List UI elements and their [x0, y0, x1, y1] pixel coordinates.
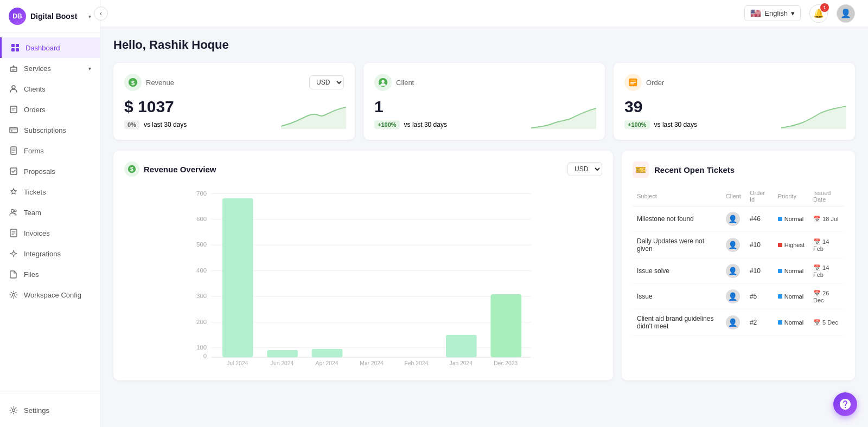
svg-rect-41: [267, 350, 298, 357]
order-label: Order: [646, 79, 664, 87]
language-label: English: [764, 9, 788, 17]
sidebar: DB Digital Boost ▾ Dashboard: [0, 0, 100, 427]
svg-rect-44: [490, 294, 521, 357]
sidebar-item-invoices[interactable]: Invoices: [0, 223, 100, 243]
tickets-title: Recent Open Tickets: [654, 165, 735, 174]
stats-row: $ Revenue USD EUR $ 1037 0% vs last 30 d…: [113, 63, 855, 140]
sidebar-item-subscriptions[interactable]: Subscriptions: [0, 120, 100, 140]
client-cell: 👤: [722, 309, 745, 336]
language-selector[interactable]: 🇺🇸 English ▾: [744, 5, 801, 21]
svg-text:700: 700: [196, 190, 207, 197]
date-cell: 📅 18 Jul: [809, 206, 844, 232]
help-widget[interactable]: [833, 392, 857, 416]
svg-point-12: [14, 210, 16, 212]
sidebar-item-integrations[interactable]: Integrations: [0, 243, 100, 264]
priority-cell: Normal: [774, 309, 809, 336]
sidebar-item-label: Subscriptions: [24, 126, 66, 134]
revenue-icon: $: [124, 74, 142, 91]
priority-dot: [778, 320, 782, 325]
invoices-icon: [9, 228, 18, 238]
svg-text:Dec 2023: Dec 2023: [494, 360, 518, 366]
priority-dot: [778, 294, 782, 299]
dashboard-icon: [10, 43, 20, 53]
bottom-row: $ Revenue Overview USD EUR 700 600: [113, 151, 855, 380]
priority-cell: Normal: [774, 284, 809, 309]
subject-cell: Milestone not found: [633, 206, 722, 232]
svg-rect-6: [10, 106, 17, 113]
priority-cell: Normal: [774, 258, 809, 284]
notifications-button[interactable]: 🔔 1: [809, 4, 828, 23]
revenue-vs-text: vs last 30 days: [144, 121, 187, 128]
svg-text:500: 500: [196, 241, 207, 248]
sidebar-collapse-button[interactable]: ‹: [94, 7, 108, 21]
svg-text:Feb 2024: Feb 2024: [405, 360, 429, 366]
priority-dot: [778, 217, 782, 221]
revenue-card: $ Revenue USD EUR $ 1037 0% vs last 30 d…: [113, 63, 355, 140]
sidebar-item-label: Forms: [24, 147, 44, 155]
chart-title: Revenue Overview: [144, 165, 216, 174]
order-card: Order 39 +100% vs last 30 days: [614, 63, 855, 140]
svg-point-15: [12, 294, 15, 296]
logo-avatar: DB: [9, 8, 26, 25]
app-logo[interactable]: DB Digital Boost ▾: [0, 0, 100, 33]
svg-text:Jan 2024: Jan 2024: [450, 360, 473, 366]
chart-currency-select[interactable]: USD EUR: [567, 162, 602, 176]
proposals-icon: [9, 166, 18, 176]
svg-text:300: 300: [196, 293, 207, 299]
revenue-label: Revenue: [146, 79, 174, 87]
col-priority: Priority: [774, 186, 809, 206]
order-id-cell: #10: [745, 258, 774, 284]
user-avatar[interactable]: 👤: [837, 4, 855, 23]
sidebar-item-team[interactable]: Team: [0, 202, 100, 223]
sidebar-item-label: Dashboard: [25, 44, 60, 52]
client-cell: 👤: [722, 284, 745, 309]
sidebar-item-label: Integrations: [24, 250, 61, 258]
table-row: Issue 👤 #5 Normal 📅 26 Dec: [633, 284, 844, 309]
sidebar-item-proposals[interactable]: Proposals: [0, 161, 100, 182]
revenue-sparkline: [281, 102, 346, 131]
tickets-card: 🎫 Recent Open Tickets Subject Client Ord…: [622, 151, 855, 380]
svg-rect-40: [222, 198, 253, 358]
order-id-cell: #2: [745, 309, 774, 336]
integrations-icon: [9, 249, 18, 258]
subject-cell: Issue: [633, 284, 722, 309]
priority-dot: [778, 243, 782, 247]
svg-rect-7: [10, 127, 17, 133]
col-order-id: Order Id: [745, 186, 774, 206]
sidebar-item-label: Services: [24, 64, 51, 73]
forms-icon: [9, 146, 18, 156]
sidebar-item-dashboard[interactable]: Dashboard: [0, 37, 100, 58]
date-cell: 📅 5 Dec: [809, 309, 844, 336]
sidebar-item-tickets[interactable]: Tickets: [0, 182, 100, 202]
revenue-pct: 0%: [124, 120, 139, 129]
client-cell: 👤: [722, 206, 745, 232]
table-row: Issue solve 👤 #10 Normal 📅 14 Feb: [633, 258, 844, 284]
col-issued-date: Issued Date: [809, 186, 844, 206]
client-pct: +100%: [374, 120, 400, 129]
sidebar-item-forms[interactable]: Forms: [0, 140, 100, 161]
sidebar-item-settings[interactable]: Settings: [0, 400, 100, 420]
tickets-icon: [9, 187, 18, 197]
sidebar-item-label: Settings: [24, 406, 49, 415]
sidebar-item-label: Files: [24, 270, 39, 279]
table-row: Daily Updates were not given 👤 #10 Highe…: [633, 232, 844, 258]
sidebar-item-workspace-config[interactable]: Workspace Config: [0, 284, 100, 305]
svg-rect-8: [11, 131, 12, 132]
client-cell: 👤: [722, 232, 745, 258]
priority-cell: Highest: [774, 232, 809, 258]
sidebar-item-files[interactable]: Files: [0, 264, 100, 284]
date-cell: 📅 14 Feb: [809, 232, 844, 258]
sidebar-item-clients[interactable]: Clients: [0, 79, 100, 99]
svg-text:Jul 2024: Jul 2024: [227, 360, 248, 366]
svg-text:$: $: [130, 166, 133, 172]
chevron-down-icon: ▾: [791, 9, 795, 17]
priority-cell: Normal: [774, 206, 809, 232]
sidebar-item-services[interactable]: Services ▾: [0, 58, 100, 79]
svg-text:600: 600: [196, 216, 207, 222]
sidebar-item-orders[interactable]: Orders: [0, 99, 100, 120]
notification-badge: 1: [820, 3, 829, 12]
currency-select[interactable]: USD EUR: [309, 75, 344, 89]
page-content: Hello, Rashik Hoque $ Revenue: [100, 27, 868, 427]
subject-cell: Daily Updates were not given: [633, 232, 722, 258]
svg-text:Apr 2024: Apr 2024: [316, 360, 339, 366]
